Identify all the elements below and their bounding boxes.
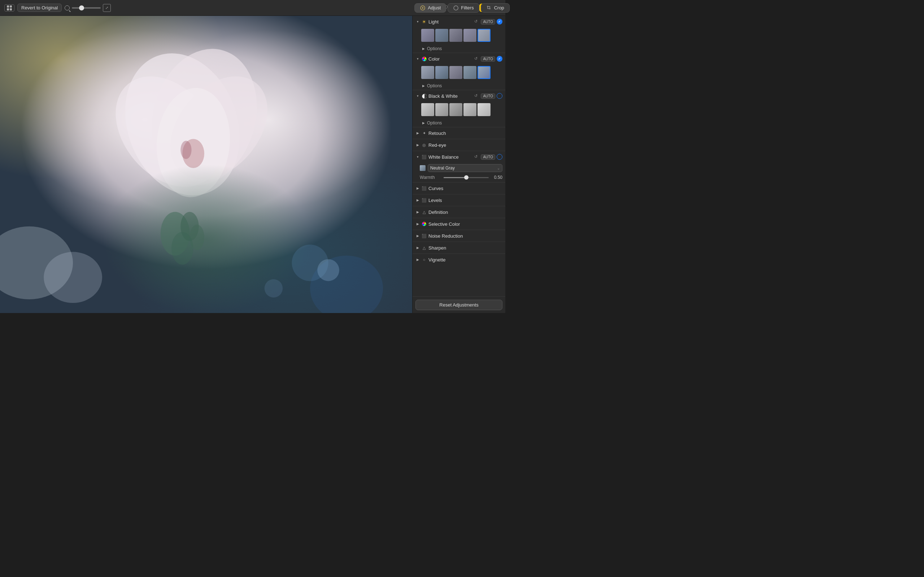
light-thumb-5[interactable] (478, 29, 491, 42)
tab-adjust[interactable]: Adjust (414, 3, 446, 13)
filters-icon (453, 5, 459, 11)
noise-reduction-title: Noise Reduction (428, 233, 502, 239)
toolbar-left: Revert to Original ⤢ (4, 3, 412, 12)
reset-adjustments-button[interactable]: Reset Adjustments (415, 300, 502, 310)
bw-thumbnails (412, 102, 505, 119)
color-icon (421, 56, 427, 62)
color-thumb-3[interactable] (449, 66, 462, 79)
wb-dropdown-value: Neutral Gray (430, 166, 455, 171)
levels-title: Levels (428, 198, 502, 203)
svg-point-1 (422, 7, 423, 9)
svg-point-2 (454, 6, 458, 10)
wb-warmth-slider[interactable] (444, 177, 489, 178)
bw-thumb-1[interactable] (421, 103, 434, 116)
bw-thumb-4[interactable] (464, 103, 477, 116)
bw-thumb-3[interactable] (449, 103, 462, 116)
zoom-controls: ⤢ (65, 4, 111, 12)
light-thumb-1[interactable] (421, 29, 434, 42)
toolbar: Revert to Original ⤢ Adjust Filters (0, 0, 505, 16)
definition-section-header[interactable]: △ Definition (412, 206, 505, 218)
color-auto-badge[interactable]: AUTO (481, 56, 495, 62)
tab-filters[interactable]: Filters (447, 3, 479, 13)
color-options-chevron-icon (421, 84, 426, 88)
wb-controls: ↺ AUTO (474, 154, 502, 160)
bw-thumb-2[interactable] (435, 103, 448, 116)
selective-color-section-header[interactable]: Selective Color (412, 218, 505, 230)
svg-rect-19 (0, 16, 412, 313)
curves-title: Curves (428, 186, 502, 191)
color-thumb-4[interactable] (464, 66, 477, 79)
wb-icon: ⬛ (421, 154, 427, 160)
revert-button[interactable]: Revert to Original (17, 3, 62, 12)
light-options-row[interactable]: Options (412, 45, 505, 53)
light-undo-icon[interactable]: ↺ (474, 19, 479, 24)
bw-options-row[interactable]: Options (412, 119, 505, 127)
sharpen-title: Sharpen (428, 245, 502, 251)
vignette-section-header[interactable]: ○ Vignette (412, 254, 505, 266)
noise-reduction-section-header[interactable]: ⬛ Noise Reduction (412, 230, 505, 242)
wb-section-header[interactable]: ⬛ White Balance ↺ AUTO (412, 151, 505, 163)
bw-section-header[interactable]: Black & White ↺ AUTO (412, 90, 505, 102)
wb-warmth-value: 0.50 (491, 175, 502, 180)
color-options-row[interactable]: Options (412, 82, 505, 90)
color-check-circle[interactable] (497, 56, 502, 62)
retouch-icon: ✦ (421, 130, 427, 136)
light-section-header[interactable]: ☀ Light ↺ AUTO (412, 16, 505, 27)
light-icon: ☀ (421, 19, 427, 24)
svg-point-26 (265, 279, 283, 298)
color-thumb-5[interactable] (478, 66, 491, 79)
svg-point-25 (317, 259, 339, 281)
light-options-label: Options (427, 46, 442, 51)
tab-crop[interactable]: Crop (481, 3, 505, 13)
levels-section-header[interactable]: ⬛ Levels (412, 194, 505, 206)
light-thumb-4[interactable] (464, 29, 477, 42)
color-undo-icon[interactable]: ↺ (474, 56, 479, 61)
bw-chevron-icon (415, 94, 420, 98)
retouch-section-header[interactable]: ✦ Retouch (412, 127, 505, 139)
definition-title: Definition (428, 210, 502, 215)
light-auto-badge[interactable]: AUTO (481, 19, 495, 24)
right-panel: ☀ Light ↺ AUTO Options Color (412, 16, 505, 313)
light-chevron-icon (415, 19, 420, 24)
bw-empty-circle[interactable] (497, 93, 502, 99)
grid-view-button[interactable] (4, 4, 15, 11)
wb-chevron-icon (415, 155, 420, 159)
light-title: Light (428, 19, 473, 24)
vignette-title: Vignette (428, 257, 502, 263)
redeye-chevron-icon (415, 143, 420, 147)
zoom-icon (65, 5, 69, 10)
wb-auto-badge[interactable]: AUTO (481, 154, 495, 160)
sharpen-section-header[interactable]: △ Sharpen (412, 242, 505, 253)
bw-options-label: Options (427, 121, 442, 126)
color-thumb-2[interactable] (435, 66, 448, 79)
light-thumb-3[interactable] (449, 29, 462, 42)
retouch-title: Retouch (428, 131, 502, 136)
light-thumb-2[interactable] (435, 29, 448, 42)
curves-section-header[interactable]: ⬛ Curves (412, 182, 505, 194)
flower-image (0, 16, 412, 313)
bw-undo-icon[interactable]: ↺ (474, 93, 479, 98)
tab-adjust-label: Adjust (428, 5, 441, 10)
zoom-slider[interactable] (72, 7, 101, 9)
definition-icon: △ (421, 209, 427, 215)
bw-controls: ↺ AUTO (474, 93, 502, 99)
wb-undo-icon[interactable]: ↺ (474, 154, 479, 160)
vignette-chevron-icon (415, 258, 420, 262)
wb-dropdown[interactable]: Neutral Gray ⌄ (428, 164, 502, 172)
svg-point-23 (171, 232, 194, 265)
light-check-circle[interactable] (497, 19, 502, 24)
wb-warmth-label: Warmth (420, 175, 441, 180)
redeye-section-header[interactable]: ◎ Red-eye (412, 139, 505, 151)
fit-button[interactable]: ⤢ (103, 4, 111, 12)
levels-chevron-icon (415, 198, 420, 202)
color-section-header[interactable]: Color ↺ AUTO (412, 53, 505, 64)
bw-auto-badge[interactable]: AUTO (481, 93, 495, 99)
light-options-chevron-icon (421, 47, 426, 51)
wb-picker-icon (420, 165, 426, 171)
color-thumb-1[interactable] (421, 66, 434, 79)
image-area (0, 16, 412, 313)
bw-thumb-5[interactable] (478, 103, 491, 116)
wb-circle[interactable] (497, 154, 502, 160)
adjust-icon (420, 5, 426, 11)
light-thumbnails (412, 27, 505, 45)
